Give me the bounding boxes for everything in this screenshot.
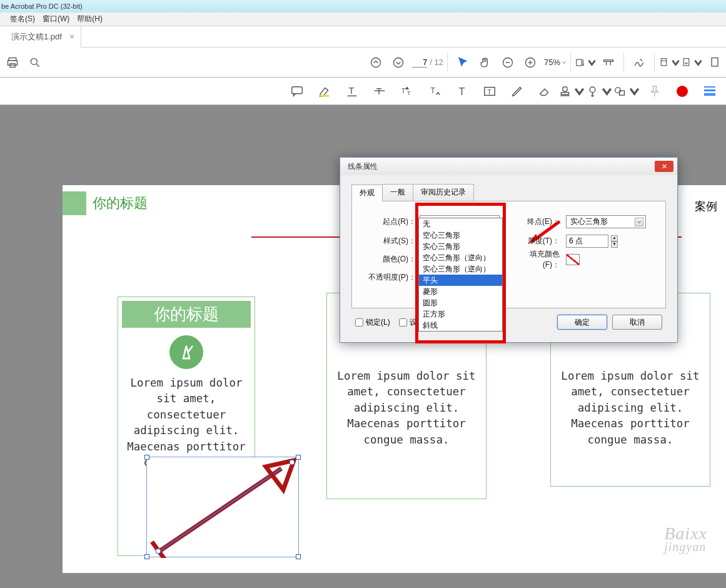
svg-text:T: T	[407, 90, 411, 96]
tab-history[interactable]: 审阅历史记录	[413, 184, 474, 201]
label-color: 颜色(O)：	[362, 254, 420, 265]
thickness-spinner[interactable]: 6 点	[566, 235, 608, 248]
page-title-right: 案例	[695, 199, 717, 214]
svg-text:T: T	[459, 85, 465, 96]
menu-sign[interactable]: 签名(S)	[10, 14, 35, 24]
ok-button[interactable]: 确定	[557, 315, 607, 330]
lock-label: 锁定(L)	[366, 317, 390, 328]
dialog-title-bar[interactable]: 线条属性 ✕	[340, 158, 677, 175]
annotation-toolbar: T T TT T T T	[0, 78, 726, 105]
watermark: Baixx jingyan	[664, 524, 707, 554]
card1-title: 你的标题	[122, 301, 251, 328]
more-icon[interactable]	[703, 51, 726, 74]
text-icon[interactable]: T	[448, 80, 476, 103]
page-down-icon[interactable]	[387, 51, 410, 74]
selected-annotation-box[interactable]	[146, 457, 299, 557]
dropdown-option[interactable]: 菱形	[419, 286, 502, 297]
thickness-value: 6 点	[569, 236, 583, 246]
title-square-icon	[63, 191, 86, 215]
dropdown-option[interactable]: 圆形	[419, 297, 502, 308]
svg-rect-21	[292, 86, 303, 93]
dialog-tabs: 外观 一般 审阅历史记录	[351, 184, 666, 201]
svg-rect-1	[8, 60, 18, 65]
page-up-icon[interactable]	[365, 51, 387, 74]
dropdown-option[interactable]: 正方形	[419, 308, 502, 320]
highlight-icon[interactable]	[311, 80, 338, 103]
zoom-out-icon[interactable]	[497, 51, 519, 74]
window-title-bar: be Acrobat Pro DC (32-bit)	[0, 0, 726, 13]
svg-point-37	[592, 94, 593, 96]
insert-text-icon[interactable]: T	[421, 80, 448, 103]
dialog-title: 线条属性	[348, 161, 378, 172]
chevron-down-icon[interactable]	[562, 60, 567, 65]
label-end: 终点(E)：	[513, 216, 563, 227]
cancel-button[interactable]: 取消	[612, 315, 662, 330]
svg-text:T: T	[487, 88, 492, 95]
lock-checkbox[interactable]: 锁定(L)	[355, 317, 390, 328]
stamp-icon[interactable]	[558, 80, 586, 103]
print-icon[interactable]	[1, 51, 24, 74]
document-tab[interactable]: 演示文稿1.pdf ×	[0, 26, 81, 48]
underline-text-icon[interactable]: T	[338, 80, 366, 103]
fit-width-icon[interactable]	[575, 51, 597, 74]
close-icon[interactable]: ×	[69, 32, 74, 41]
shapes-icon[interactable]	[613, 80, 641, 103]
textbox-icon[interactable]: T	[476, 80, 503, 103]
svg-point-6	[394, 58, 403, 67]
spinner-buttons[interactable]: ▲▼	[611, 235, 618, 248]
menu-help[interactable]: 帮助(H)	[77, 14, 103, 24]
dropdown-option[interactable]: 平头	[419, 275, 502, 286]
svg-rect-20	[712, 58, 718, 66]
svg-line-4	[37, 64, 39, 66]
dropdown-option[interactable]: 无	[419, 218, 502, 230]
menu-window[interactable]: 窗口(W)	[43, 14, 69, 24]
line-thickness-icon[interactable]	[696, 80, 723, 103]
comment-icon[interactable]	[283, 80, 311, 103]
dropdown-option[interactable]: 实心三角形	[419, 241, 502, 252]
svg-rect-12	[577, 59, 582, 66]
attach-icon[interactable]	[586, 80, 613, 103]
menu-bar: 签名(S) 窗口(W) 帮助(H)	[0, 13, 726, 26]
dropdown-option[interactable]: 斜线	[419, 320, 502, 331]
page-scroll-icon[interactable]	[681, 51, 703, 74]
search-icon[interactable]	[24, 51, 46, 74]
pointer-icon[interactable]	[451, 51, 474, 74]
dropdown-option[interactable]: 实心三角形（逆向）	[419, 263, 502, 275]
page-title: 你的标题	[93, 194, 148, 213]
svg-text:T: T	[401, 86, 406, 94]
svg-line-44	[159, 469, 281, 551]
svg-point-3	[31, 58, 37, 64]
dropdown-option[interactable]: 空心三角形（逆向）	[419, 252, 502, 263]
chevron-down-icon[interactable]	[635, 218, 643, 226]
label-opacity: 不透明度(P)：	[362, 272, 420, 283]
tab-general[interactable]: 一般	[382, 184, 413, 201]
document-tab-bar: 演示文稿1.pdf ×	[0, 26, 726, 48]
replace-text-icon[interactable]: TT	[393, 80, 421, 103]
eraser-icon[interactable]	[531, 80, 558, 103]
end-style-combo[interactable]: 实心三角形	[566, 215, 646, 228]
start-style-dropdown: 无空心三角形实心三角形空心三角形（逆向）实心三角形（逆向）平头菱形圆形正方形斜线	[418, 218, 503, 332]
svg-point-36	[590, 87, 595, 93]
page-total-label: / 12	[430, 58, 443, 67]
zoom-value[interactable]: 75%	[544, 58, 560, 67]
zoom-in-icon[interactable]	[519, 51, 542, 74]
color-red-icon[interactable]	[668, 80, 696, 103]
dropdown-option[interactable]: 空心三角形	[419, 230, 502, 241]
page-number-input[interactable]	[412, 58, 427, 68]
svg-line-42	[188, 346, 193, 352]
dialog-close-button[interactable]: ✕	[655, 161, 673, 172]
tab-appearance[interactable]: 外观	[351, 185, 383, 201]
pencil-icon[interactable]	[503, 80, 531, 103]
fill-color-swatch[interactable]	[566, 254, 580, 265]
hand-icon[interactable]	[474, 51, 497, 74]
page-extract-icon[interactable]	[658, 51, 681, 74]
main-toolbar: / 12 75%	[0, 48, 726, 78]
svg-point-47	[156, 549, 161, 554]
pin-icon[interactable]	[641, 80, 668, 103]
svg-rect-33	[563, 87, 567, 91]
strikethrough-icon[interactable]: T	[366, 80, 393, 103]
svg-text:T: T	[349, 85, 355, 95]
svg-point-5	[371, 58, 381, 67]
page-display-icon[interactable]	[597, 51, 620, 74]
edit-sign-icon[interactable]	[628, 51, 650, 74]
